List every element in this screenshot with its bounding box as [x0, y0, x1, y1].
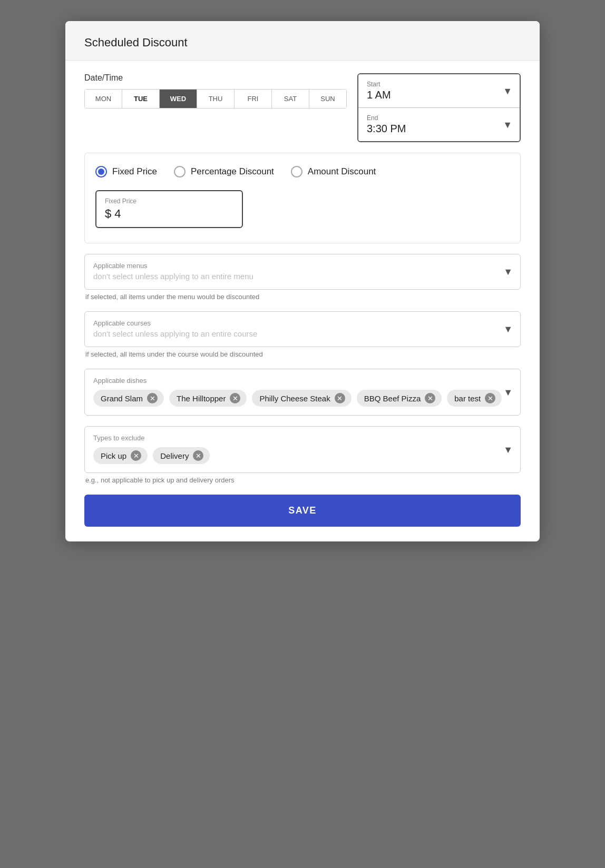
remove-grand-slam-button[interactable]: ✕ [147, 393, 158, 403]
dish-tag-bbq-beef-pizza-name: BBQ Beef Pizza [364, 394, 421, 403]
start-value: 1 AM [367, 89, 511, 101]
exclude-tag-delivery-name: Delivery [160, 451, 189, 460]
day-thu[interactable]: THU [197, 90, 235, 108]
day-wed[interactable]: WED [160, 90, 197, 108]
modal-title: Scheduled Discount [84, 36, 188, 49]
discount-type-section: Fixed Price Percentage Discount Amount D… [84, 153, 521, 243]
start-time-select[interactable]: Start 1 AM ▼ [358, 74, 520, 108]
end-value: 3:30 PM [367, 123, 511, 135]
remove-pickup-button[interactable]: ✕ [131, 450, 141, 461]
dish-tag-grand-slam: Grand Slam ✕ [93, 390, 164, 407]
applicable-menus-hint: if selected, all items under the menu wo… [84, 293, 521, 301]
end-arrow-icon: ▼ [503, 119, 512, 130]
radio-row: Fixed Price Percentage Discount Amount D… [95, 166, 510, 177]
applicable-courses-arrow-icon: ▼ [503, 324, 513, 335]
fixed-price-input-label: Fixed Price [105, 198, 233, 205]
remove-delivery-button[interactable]: ✕ [193, 450, 203, 461]
day-fri[interactable]: FRI [235, 90, 272, 108]
percentage-discount-radio[interactable] [174, 166, 186, 177]
types-to-exclude-hint: e.g., not applicable to pick up and deli… [84, 476, 521, 484]
dish-tag-bbq-beef-pizza: BBQ Beef Pizza ✕ [357, 390, 442, 407]
dish-tag-philly-cheese-steak: Philly Cheese Steak ✕ [252, 390, 351, 407]
modal-header: Scheduled Discount [65, 21, 540, 61]
fixed-price-option[interactable]: Fixed Price [95, 166, 157, 177]
dish-tag-bar-test-name: bar test [454, 394, 481, 403]
day-tue[interactable]: TUE [122, 90, 160, 108]
end-time-select[interactable]: End 3:30 PM ▼ [358, 108, 520, 141]
fixed-price-input-value[interactable]: $ 4 [105, 207, 233, 221]
start-arrow-icon: ▼ [503, 85, 512, 96]
applicable-menus-placeholder: don't select unless applying to an entir… [93, 272, 512, 281]
dishes-tags-row: Grand Slam ✕ The Hilltopper ✕ Philly Che… [93, 390, 512, 407]
end-label: End [367, 114, 511, 122]
modal-body: Date/Time MON TUE WED THU FRI SAT SUN St… [65, 61, 540, 541]
days-row: MON TUE WED THU FRI SAT SUN [84, 89, 347, 108]
fixed-price-label: Fixed Price [112, 166, 157, 177]
modal-overlay: Scheduled Discount Date/Time MON TUE WED… [0, 0, 605, 868]
dish-tag-philly-cheese-steak-name: Philly Cheese Steak [259, 394, 330, 403]
percentage-discount-label: Percentage Discount [191, 166, 274, 177]
remove-bbq-beef-pizza-button[interactable]: ✕ [425, 393, 435, 403]
fixed-price-input-box[interactable]: Fixed Price $ 4 [95, 190, 243, 228]
datetime-label: Date/Time [84, 73, 347, 83]
exclude-tag-delivery: Delivery ✕ [153, 447, 210, 464]
datetime-row: Date/Time MON TUE WED THU FRI SAT SUN St… [84, 73, 521, 142]
applicable-menus-label: Applicable menus [93, 262, 512, 270]
applicable-dishes-label: Applicable dishes [93, 377, 512, 384]
day-mon[interactable]: MON [85, 90, 122, 108]
datetime-left: Date/Time MON TUE WED THU FRI SAT SUN [84, 73, 347, 108]
remove-the-hilltopper-button[interactable]: ✕ [230, 393, 240, 403]
exclude-tag-pickup: Pick up ✕ [93, 447, 148, 464]
amount-discount-option[interactable]: Amount Discount [291, 166, 376, 177]
dish-tag-the-hilltopper: The Hilltopper ✕ [169, 390, 247, 407]
dish-tag-bar-test: bar test ✕ [447, 390, 502, 407]
applicable-dishes-section[interactable]: Applicable dishes Grand Slam ✕ The Hillt… [84, 369, 521, 416]
scheduled-discount-modal: Scheduled Discount Date/Time MON TUE WED… [65, 21, 540, 541]
time-range-selector: Start 1 AM ▼ End 3:30 PM ▼ [357, 73, 521, 142]
types-to-exclude-arrow-icon: ▼ [503, 444, 513, 455]
types-to-exclude-section[interactable]: Types to exclude Pick up ✕ Delivery ✕ ▼ [84, 426, 521, 473]
day-sat[interactable]: SAT [272, 90, 309, 108]
applicable-menus-dropdown[interactable]: Applicable menus don't select unless app… [84, 254, 521, 290]
dish-tag-grand-slam-name: Grand Slam [101, 394, 143, 403]
percentage-discount-option[interactable]: Percentage Discount [174, 166, 274, 177]
applicable-courses-placeholder: don't select unless applying to an entir… [93, 329, 512, 338]
start-label: Start [367, 81, 511, 88]
exclude-tags-row: Pick up ✕ Delivery ✕ [93, 447, 512, 464]
exclude-tag-pickup-name: Pick up [101, 451, 126, 460]
save-button[interactable]: SAVE [84, 495, 521, 527]
types-to-exclude-wrapper: Types to exclude Pick up ✕ Delivery ✕ ▼ … [84, 426, 521, 484]
applicable-courses-dropdown[interactable]: Applicable courses don't select unless a… [84, 311, 521, 347]
applicable-menus-arrow-icon: ▼ [503, 267, 513, 278]
applicable-courses-wrapper: Applicable courses don't select unless a… [84, 311, 521, 358]
applicable-menus-wrapper: Applicable menus don't select unless app… [84, 254, 521, 301]
amount-discount-label: Amount Discount [308, 166, 376, 177]
fixed-price-radio[interactable] [95, 166, 107, 177]
remove-bar-test-button[interactable]: ✕ [485, 393, 495, 403]
day-sun[interactable]: SUN [309, 90, 346, 108]
remove-philly-cheese-steak-button[interactable]: ✕ [335, 393, 345, 403]
applicable-courses-label: Applicable courses [93, 319, 512, 327]
applicable-dishes-arrow-icon: ▼ [503, 387, 513, 398]
types-to-exclude-label: Types to exclude [93, 434, 512, 442]
amount-discount-radio[interactable] [291, 166, 302, 177]
dish-tag-the-hilltopper-name: The Hilltopper [177, 394, 226, 403]
applicable-courses-hint: if selected, all items under the course … [84, 350, 521, 358]
